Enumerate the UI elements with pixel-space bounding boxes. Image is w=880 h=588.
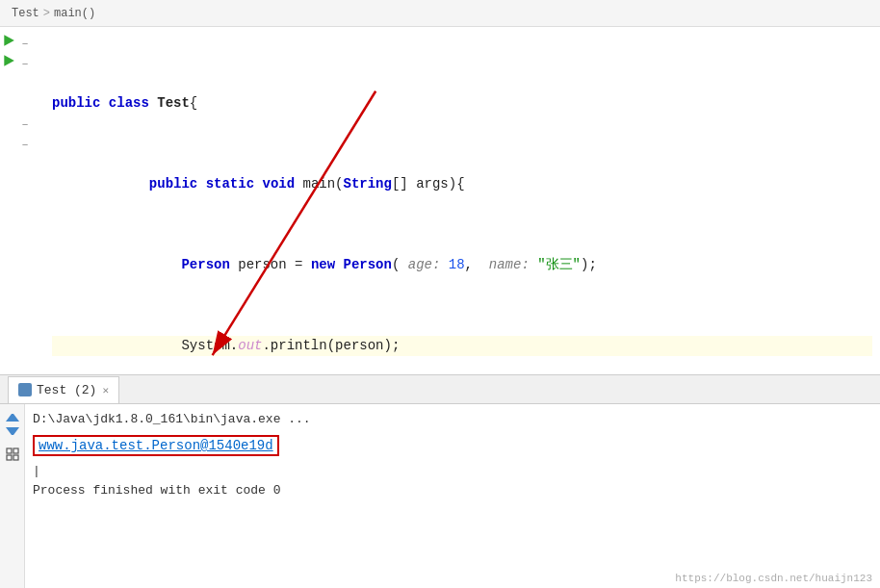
breadcrumb: Test > main() — [0, 0, 880, 27]
tab-bar: Test (2) ✕ — [0, 375, 880, 404]
code-line-4: System.out.println(person); — [52, 336, 872, 356]
fold-marker-2[interactable]: − — [19, 54, 31, 74]
watermark: https://blog.csdn.net/huaijn123 — [675, 573, 872, 584]
breadcrumb-method: main() — [54, 7, 95, 20]
fold-marker-3[interactable]: − — [19, 115, 31, 135]
svg-marker-0 — [4, 35, 14, 46]
output-box-container: www.java.test.Person@1540e19d — [33, 433, 872, 458]
code-line-3: Person person = new Person( age: 18, nam… — [52, 255, 872, 275]
run-button-1[interactable] — [2, 34, 15, 51]
console-tab[interactable]: Test (2) ✕ — [8, 376, 119, 403]
code-lines: public class Test{ public static void ma… — [44, 31, 880, 374]
editor-area: Test > main() − − − − — [0, 0, 880, 375]
tab-label: Test (2) — [37, 383, 96, 397]
scroll-down-icon[interactable] — [6, 427, 19, 441]
fold-marker-4[interactable]: − — [19, 135, 31, 155]
exit-message-line: Process finished with exit code 0 — [33, 481, 872, 500]
svg-rect-7 — [13, 455, 18, 460]
tab-close-button[interactable]: ✕ — [102, 384, 109, 396]
output-link[interactable]: www.java.test.Person@1540e19d — [39, 438, 273, 453]
breadcrumb-class: Test — [12, 7, 39, 20]
fold-marker-1[interactable]: − — [19, 34, 31, 54]
console-wrapper: D:\Java\jdk1.8.0_161\bin\java.exe ... ww… — [0, 404, 880, 588]
tab-icon — [18, 383, 32, 396]
code-container: − − − − public class Test{ public static… — [0, 27, 880, 374]
svg-rect-4 — [7, 448, 12, 453]
code-line-2: public static void main(String[] args){ — [52, 174, 872, 194]
svg-marker-1 — [4, 55, 14, 66]
code-line-1: public class Test{ — [52, 93, 872, 114]
run-button-2[interactable] — [2, 54, 15, 71]
java-path-line: D:\Java\jdk1.8.0_161\bin\java.exe ... — [33, 410, 872, 429]
svg-rect-6 — [7, 455, 12, 460]
console-left-icons — [0, 404, 25, 588]
svg-rect-5 — [13, 448, 18, 453]
scroll-up-icon[interactable] — [6, 408, 19, 422]
cursor-line: | — [33, 462, 872, 481]
settings-icon[interactable] — [5, 447, 20, 462]
output-box: www.java.test.Person@1540e19d — [33, 435, 279, 456]
breadcrumb-sep: > — [43, 7, 50, 20]
console-output: D:\Java\jdk1.8.0_161\bin\java.exe ... ww… — [25, 404, 880, 588]
bottom-panel: Test (2) ✕ D:\Java\jdk1.8.0_161\bin\java… — [0, 375, 880, 588]
